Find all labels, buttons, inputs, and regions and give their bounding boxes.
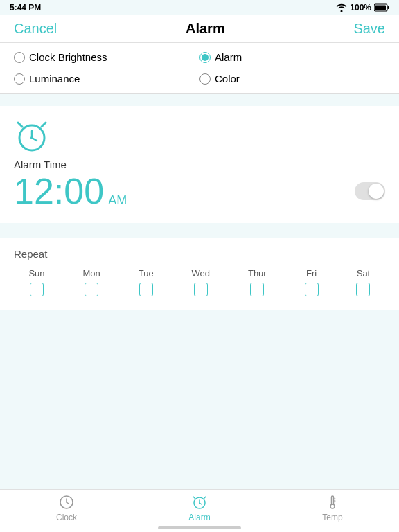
status-bar: 5:44 PM 100% <box>0 0 399 15</box>
svg-point-18 <box>330 504 335 508</box>
repeat-label: Repeat <box>10 248 389 260</box>
day-label-sun: Sun <box>28 268 44 278</box>
tab-alarm[interactable]: Alarm <box>133 494 266 522</box>
day-item-tue: Tue <box>139 268 154 296</box>
svg-line-11 <box>66 502 69 504</box>
svg-point-8 <box>30 136 33 139</box>
days-row: Sun Mon Tue Wed Thur Fri <box>10 268 389 296</box>
save-button[interactable]: Save <box>353 21 385 37</box>
tab-clock[interactable]: Clock <box>0 494 133 522</box>
cancel-button[interactable]: Cancel <box>14 21 57 37</box>
temp-tab-icon <box>324 494 341 511</box>
day-item-wed: Wed <box>192 268 211 296</box>
svg-rect-1 <box>375 6 387 10</box>
day-label-mon: Mon <box>83 268 100 278</box>
day-checkbox-tue[interactable] <box>139 283 153 296</box>
svg-line-14 <box>200 503 202 504</box>
svg-line-3 <box>18 123 22 127</box>
tab-temp[interactable]: Temp <box>266 494 399 522</box>
svg-line-16 <box>204 497 206 498</box>
day-item-sat: Sat <box>356 268 370 296</box>
spacer-1 <box>0 94 399 106</box>
home-indicator <box>158 526 241 529</box>
tab-alarm-label: Alarm <box>188 513 210 522</box>
alarm-time-row: 12:00AM <box>14 173 385 209</box>
alarm-hour: 12:00 <box>14 171 104 211</box>
alarm-time-display: 12:00AM <box>14 173 127 209</box>
svg-rect-17 <box>332 496 334 504</box>
battery-icon <box>374 3 389 12</box>
alarm-time-label: Alarm Time <box>14 159 385 170</box>
repeat-section: Repeat Sun Mon Tue Wed Thur <box>0 238 399 310</box>
main-content: Cancel Alarm Save Clock Brightness Alarm… <box>0 15 399 489</box>
tab-bar: Clock Alarm Temp <box>0 489 399 532</box>
alarm-tab-icon <box>191 494 208 511</box>
radio-circle-color <box>200 73 211 85</box>
svg-line-4 <box>42 123 46 127</box>
day-label-thur: Thur <box>248 268 267 278</box>
radio-luminance[interactable]: Luminance <box>14 73 200 85</box>
bottom-spacer <box>0 310 399 489</box>
status-right: 100% <box>336 3 389 12</box>
tab-temp-label: Temp <box>322 513 342 522</box>
radio-circle-clock-brightness <box>14 52 25 63</box>
alarm-clock-icon <box>14 117 385 156</box>
day-checkbox-wed[interactable] <box>194 283 208 296</box>
top-nav: Cancel Alarm Save <box>0 15 399 43</box>
radio-label-color: Color <box>215 73 240 85</box>
spacer-2 <box>0 223 399 238</box>
radio-alarm[interactable]: Alarm <box>200 51 385 63</box>
alarm-period: AM <box>108 193 127 207</box>
day-checkbox-sun[interactable] <box>30 283 44 296</box>
radio-circle-alarm <box>200 52 211 63</box>
day-checkbox-mon[interactable] <box>85 283 98 296</box>
wifi-icon <box>336 3 347 12</box>
radio-label-clock-brightness: Clock Brightness <box>29 51 107 63</box>
radio-label-alarm: Alarm <box>215 51 242 63</box>
radio-label-luminance: Luminance <box>29 73 80 85</box>
battery-text: 100% <box>350 3 371 12</box>
radio-clock-brightness[interactable]: Clock Brightness <box>14 51 200 63</box>
day-checkbox-sat[interactable] <box>356 283 370 296</box>
page-title: Alarm <box>186 21 225 37</box>
svg-line-15 <box>193 497 195 498</box>
day-label-fri: Fri <box>306 268 317 278</box>
clock-tab-icon <box>58 494 75 511</box>
svg-rect-2 <box>388 6 389 9</box>
day-checkbox-thur[interactable] <box>250 283 264 296</box>
radio-color[interactable]: Color <box>200 73 385 85</box>
day-label-tue: Tue <box>139 268 154 278</box>
day-label-sat: Sat <box>357 268 371 278</box>
day-label-wed: Wed <box>192 268 211 278</box>
radio-circle-luminance <box>14 73 25 85</box>
day-item-sun: Sun <box>28 268 44 296</box>
status-time: 5:44 PM <box>10 3 41 12</box>
alarm-time-section: Alarm Time 12:00AM <box>0 106 399 223</box>
day-item-thur: Thur <box>248 268 267 296</box>
tab-clock-label: Clock <box>56 513 77 522</box>
day-item-mon: Mon <box>83 268 100 296</box>
radio-options-section: Clock Brightness Alarm Luminance Color <box>0 43 399 94</box>
day-item-fri: Fri <box>305 268 319 296</box>
alarm-toggle[interactable] <box>355 182 385 200</box>
day-checkbox-fri[interactable] <box>305 283 319 296</box>
